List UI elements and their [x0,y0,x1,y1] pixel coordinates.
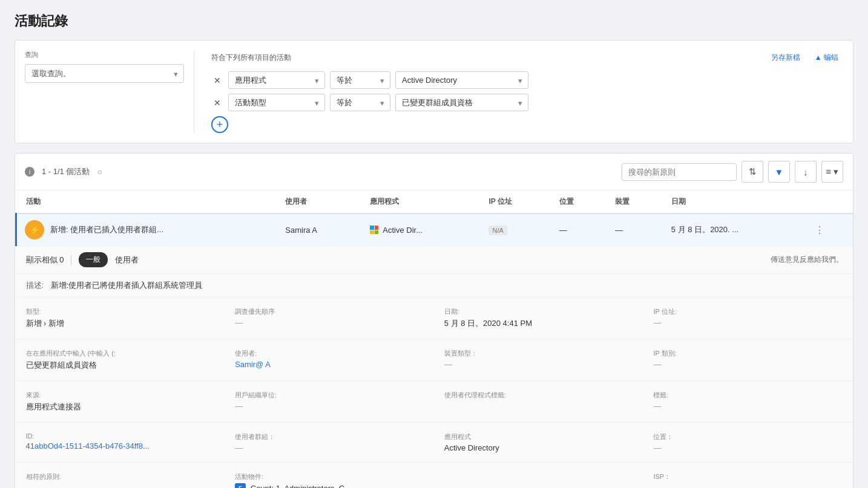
table-header: 活動 使用者 應用程式 IP 位址 位置 裝置 日期 [16,190,853,213]
user-agent-field: 使用者代理程式標籤: [435,386,644,417]
activity-icon: ⚡ [25,220,44,239]
condition-value-1[interactable]: Active Directory [395,71,528,89]
na-badge: N/A [488,226,507,235]
investigation-field: 調查優先順序 — [225,302,435,334]
detail-grid-2: 在在應用程式中輸入 (中輸入 (: 已變更群組成員資格 使用者: Samir@ … [16,339,853,381]
columns-btn[interactable]: ≡ ▾ [821,161,843,183]
col-activity: 活動 [16,190,276,213]
detail-grid-4: ID: 41abbOd4-1511-4354-b476-34ff8... 使用者… [16,423,853,463]
matching-field: 相符的原則: — [16,467,226,488]
page-title: 活動記錄 [15,12,853,30]
detail-grid-5: 相符的原則: — 活動物件: 5 Count: 1, Administrator… [16,463,853,488]
condition-field-2[interactable]: 活動類型 [228,94,325,111]
activity-text: 新增: 使用者已插入使用者群組... [50,224,163,235]
condition-field-1[interactable]: 應用程式 [228,71,325,89]
save-btn[interactable]: 另存新檔 [766,50,805,65]
condition-row-2: ✕ 活動類型 等於 已變更群組成員資格 [211,94,843,111]
count-badge: 5 [235,483,246,488]
conditions-section: 符合下列所有項目的活動 另存新檔 ▲ 蝙蝠 ✕ 應用程式 等於 [202,50,843,133]
device-cell: — [605,213,662,246]
condition-operator-1[interactable]: 等於 [330,71,390,89]
refresh-icon[interactable]: ○ [97,167,102,177]
remove-condition-2[interactable]: ✕ [211,97,223,109]
detail-grid-1: 類型: 新增 › 新增 調查優先順序 — 日期: 5 月 8 日。2020 4:… [16,298,853,339]
location-detail-field: 位置： — [643,428,853,457]
info-icon: i [25,167,35,177]
ip-cell: N/A [479,213,549,246]
user-name-field: 使用者: Samir@ A [225,344,435,376]
results-toolbar: i 1 - 1/1 個活動 ○ ⇅ ▼ ↓ ≡ ▾ [15,154,853,190]
condition-value-2[interactable]: 已變更群組成員資格 [395,94,528,111]
isp-field: ISP： — [643,467,853,488]
query-label: 查詢 [25,50,184,59]
col-date: 日期 [662,190,805,213]
sort-btn[interactable]: ⇅ [741,161,763,183]
detail-grid-3: 來源: 應用程式連接器 用戶組織單位: — 使用者代理程式標籤: [16,381,853,423]
type-field: 類型: 新增 › 新增 [16,302,226,334]
location-cell: — [550,213,606,246]
detail-row: 顯示相似 0 一般 使用者 傳送意見反應給我們。 描述: 新增:使用者已將使用者… [16,246,853,489]
activity-table: 活動 使用者 應用程式 IP 位址 位置 裝置 日期 ⚡ 新增: 使用者 [15,190,853,488]
description-text: 新增:使用者已將使用者插入群組系統管理員 [51,281,203,290]
col-user: 使用者 [275,190,360,213]
ip-field: IP 位址: — [643,302,853,334]
id-field: ID: 41abbOd4-1511-4354-b476-34ff8... [16,428,226,457]
app-name-detail-field: 應用程式 Active Directory [435,428,644,457]
add-condition-btn[interactable]: + [211,116,228,133]
condition-operator-2[interactable]: 等於 [330,94,390,111]
col-app: 應用程式 [360,190,479,213]
feedback-link[interactable]: 傳送意見反應給我們。 [771,255,843,265]
tags-field: 標籤: — [643,386,853,417]
download-btn[interactable]: ↓ [795,161,817,183]
conditions-header: 符合下列所有項目的活動 另存新檔 ▲ 蝙蝠 [211,50,843,65]
col-location: 位置 [550,190,606,213]
col-ip: IP 位址 [479,190,549,213]
remove-condition-1[interactable]: ✕ [211,74,223,86]
bookmark-btn[interactable]: ▲ 蝙蝠 [810,50,843,65]
query-section: 查詢 選取查詢。 [25,50,194,133]
description-label: 描述: [26,281,44,290]
filter-btn[interactable]: ▼ [768,161,790,183]
col-device: 裝置 [605,190,662,213]
activity-cell: ⚡ 新增: 使用者已插入使用者群組... [16,213,276,246]
col-actions [805,190,853,213]
source-field: 來源: 應用程式連接器 [16,386,226,417]
header-actions: 另存新檔 ▲ 蝙蝠 [766,50,843,65]
app-field: 在在應用程式中輸入 (中輸入 (: 已變更群組成員資格 [16,344,226,376]
detail-cell: 顯示相似 0 一般 使用者 傳送意見反應給我們。 描述: 新增:使用者已將使用者… [16,246,853,489]
general-badge: 一般 [79,252,108,267]
detail-description: 描述: 新增:使用者已將使用者插入群組系統管理員 [16,274,853,298]
detail-header: 顯示相似 0 一般 使用者 傳送意見反應給我們。 [16,246,853,274]
user-label: 使用者 [115,255,139,265]
condition-row-1: ✕ 應用程式 等於 Active Directory [211,71,843,89]
conditions-title: 符合下列所有項目的活動 [211,53,291,63]
user-cell: Samira A [275,213,360,246]
results-panel: i 1 - 1/1 個活動 ○ ⇅ ▼ ↓ ≡ ▾ 活動 使用者 應用程式 IP… [15,153,853,488]
activity-obj-field: 活動物件: 5 Count: 1, Administrators, C... [225,467,435,488]
table-row[interactable]: ⚡ 新增: 使用者已插入使用者群組... Samira A Active Dir… [16,213,853,246]
row-menu-btn[interactable]: ⋮ [815,225,824,235]
ip-category-field: IP 類別: — [643,344,853,376]
results-count: 1 - 1/1 個活動 [42,166,90,177]
similar-label: 顯示相似 0 [26,255,64,265]
search-input[interactable] [622,163,737,181]
date-cell: 5 月 8 日。2020. ... [662,213,805,246]
date-field: 日期: 5 月 8 日。2020 4:41 PM [435,302,644,334]
org-unit-field: 用戶組織單位: — [225,386,435,417]
device-type-field: 裝置類型： — [435,344,644,376]
query-select[interactable]: 選取查詢。 [25,64,184,83]
user-group-field: 使用者群組： — [225,428,435,457]
windows-icon [370,226,378,234]
row-actions-cell: ⋮ [805,213,853,246]
app-name: Active Dir... [383,226,422,235]
filters-panel: 查詢 選取查詢。 符合下列所有項目的活動 另存新檔 ▲ 蝙蝠 ✕ [15,40,853,143]
app-cell: Active Dir... [360,213,479,246]
